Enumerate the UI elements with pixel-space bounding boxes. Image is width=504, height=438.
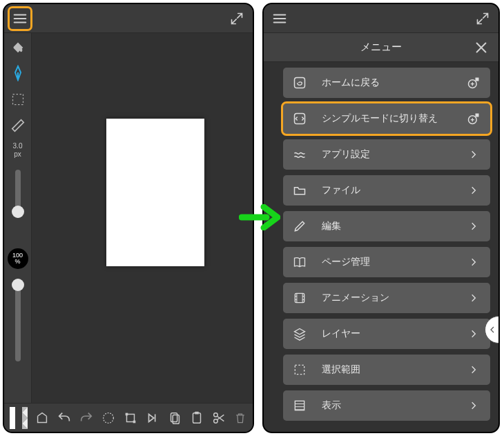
zoom-slider[interactable] (15, 279, 21, 361)
redo-button[interactable] (79, 410, 94, 426)
undo-button[interactable] (57, 410, 72, 426)
menu-item-label: シンプルモードに切り替え (322, 112, 465, 125)
menu-item-selection[interactable]: 選択範囲 (283, 355, 490, 385)
menu-item-label: 表示 (322, 399, 465, 412)
copy-icon (167, 410, 182, 426)
menu-item-edit[interactable]: 編集 (283, 211, 490, 241)
tool-sidebar: 3.0 px 100 % (4, 33, 32, 403)
add-shortcut-icon[interactable] (465, 74, 482, 91)
menu-title: メニュー (360, 41, 402, 54)
paste-button[interactable] (189, 410, 204, 426)
clear-button[interactable] (101, 410, 116, 426)
background-color-swatch[interactable] (10, 407, 15, 429)
slider-knob[interactable] (12, 279, 24, 291)
top-bar (4, 4, 253, 33)
spiral-icon (291, 74, 308, 91)
menu-item-label: 編集 (322, 220, 465, 232)
clipboard-icon (189, 410, 204, 426)
save-button[interactable] (35, 410, 50, 426)
top-bar (264, 4, 498, 33)
zoom-badge[interactable]: 100 % (8, 248, 28, 269)
menu-item-file[interactable]: ファイル (283, 175, 490, 206)
svg-rect-13 (126, 412, 128, 415)
zoom-unit: % (14, 259, 20, 265)
svg-rect-18 (195, 411, 199, 414)
canvas[interactable] (106, 119, 204, 266)
menu-item-label: ホームに戻る (322, 77, 465, 89)
menu-item-label: アニメーション (322, 292, 465, 304)
menu-item-page[interactable]: ページ管理 (283, 247, 490, 277)
chevron-right-icon (465, 326, 482, 342)
menu-item-animation[interactable]: アニメーション (283, 283, 490, 313)
transparent-swatch[interactable] (22, 407, 28, 429)
svg-rect-17 (193, 412, 201, 423)
brush-size-unit: px (4, 150, 31, 159)
hamburger-icon (12, 11, 28, 26)
skip-icon (145, 410, 160, 426)
bottom-toolbar-2 (4, 403, 253, 432)
slider-knob[interactable] (12, 206, 24, 218)
bucket-icon (10, 39, 26, 54)
svg-rect-26 (476, 114, 479, 117)
undo-icon (57, 410, 72, 426)
chevron-right-icon (465, 182, 482, 199)
menu-item-home[interactable]: ホームに戻る (283, 68, 490, 98)
marquee-icon (291, 361, 308, 378)
marquee-tool[interactable] (8, 90, 28, 109)
pencil-icon (291, 218, 308, 235)
svg-rect-16 (173, 415, 179, 424)
close-icon (474, 40, 489, 55)
expand-icon (476, 12, 490, 26)
menu-button[interactable] (269, 8, 290, 29)
chevron-right-icon (465, 290, 482, 306)
menu-item-layer[interactable]: レイヤー (283, 319, 490, 349)
app-window-right: メニュー ホームに戻る シンプルモードに切り替え アプリ設定 (262, 3, 500, 433)
cut-button[interactable] (211, 410, 226, 426)
menu-item-app-settings[interactable]: アプリ設定 (283, 139, 490, 170)
marquee-icon (11, 92, 25, 106)
trash-button[interactable] (233, 410, 247, 426)
svg-rect-21 (295, 78, 305, 88)
redo-icon (79, 410, 94, 426)
film-icon (291, 290, 308, 306)
expand-icon (230, 12, 244, 26)
folder-icon (291, 182, 308, 199)
menu-item-label: アプリ設定 (322, 148, 465, 161)
transform-icon (123, 410, 138, 426)
brush-size-slider[interactable] (15, 170, 21, 218)
menu-button[interactable] (10, 8, 30, 29)
skip-button[interactable] (145, 410, 160, 426)
chevron-right-icon (465, 397, 482, 414)
svg-rect-14 (133, 420, 136, 423)
save-icon (35, 410, 50, 426)
switch-mode-icon (291, 110, 308, 127)
menu-list: ホームに戻る シンプルモードに切り替え アプリ設定 ファイル 編集 (264, 62, 498, 426)
transform-button[interactable] (123, 410, 138, 426)
menu-item-view[interactable]: 表示 (283, 390, 490, 421)
fullscreen-button[interactable] (226, 8, 247, 29)
ruler-tool[interactable] (8, 116, 28, 135)
menu-item-label: ページ管理 (322, 256, 465, 268)
app-window-left: 3.0 px 100 % (3, 3, 254, 433)
layers-icon (291, 326, 308, 342)
brush-size-label: 3.0 px (4, 142, 31, 159)
pen-tool[interactable] (8, 63, 28, 83)
menu-close-button[interactable] (471, 37, 492, 58)
menu-item-label: ファイル (322, 184, 465, 197)
scissors-icon (211, 410, 226, 426)
burst-icon (101, 410, 116, 426)
bucket-tool[interactable] (8, 37, 28, 57)
brush-size-value: 3.0 (4, 142, 31, 150)
svg-rect-28 (295, 365, 304, 374)
fullscreen-button[interactable] (472, 8, 493, 29)
svg-rect-23 (476, 78, 479, 81)
hamburger-icon (272, 11, 287, 26)
canvas-area[interactable] (32, 33, 253, 403)
copy-button[interactable] (167, 410, 182, 426)
add-shortcut-icon[interactable] (465, 110, 482, 127)
menu-item-simple-mode[interactable]: シンプルモードに切り替え (283, 103, 490, 134)
svg-point-11 (104, 412, 114, 423)
grid-view-icon (291, 397, 308, 414)
svg-rect-29 (295, 401, 304, 410)
menu-item-label: 選択範囲 (322, 364, 465, 376)
